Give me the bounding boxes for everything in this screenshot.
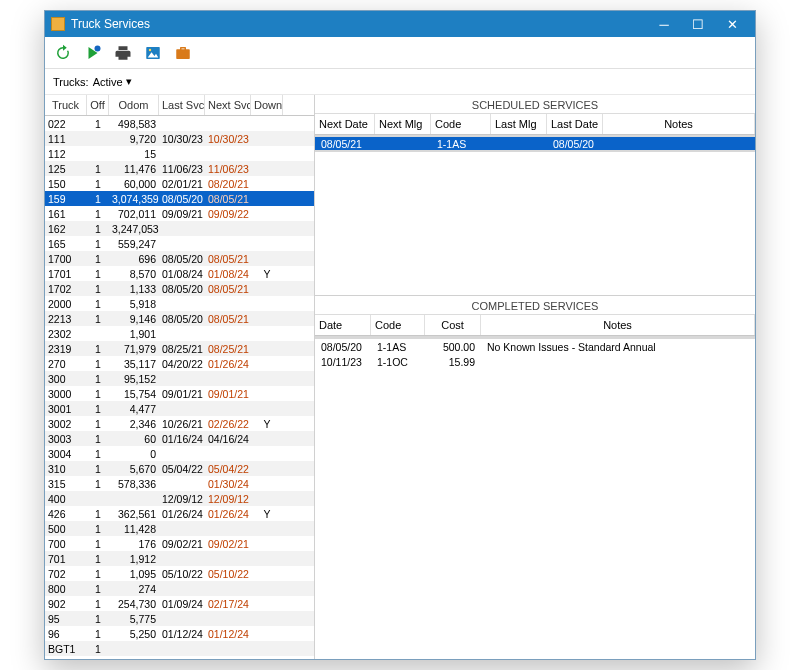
completed-body[interactable]: 08/05/201-1AS500.00No Known Issues - Sta… bbox=[315, 336, 755, 659]
table-row[interactable]: 1119,72010/30/2310/30/23 bbox=[45, 131, 314, 146]
col-last-svc[interactable]: Last Svc bbox=[159, 95, 205, 115]
cell: 10/11/23 bbox=[315, 356, 371, 368]
table-row[interactable]: 125111,47611/06/2311/06/23 bbox=[45, 161, 314, 176]
cell: 400 bbox=[45, 493, 87, 505]
table-row[interactable]: 300195,152 bbox=[45, 371, 314, 386]
table-row[interactable]: 08/05/211-1AS08/05/20 bbox=[315, 135, 755, 152]
cell: 2213 bbox=[45, 313, 87, 325]
table-row[interactable]: 8001274 bbox=[45, 581, 314, 596]
cell: 702,011 bbox=[109, 208, 159, 220]
cell: 10/26/21 bbox=[159, 418, 205, 430]
right-pane: SCHEDULED SERVICES Next Date Next Mlg Co… bbox=[315, 95, 755, 659]
image-icon bbox=[144, 44, 162, 62]
col-comp-cost[interactable]: Cost bbox=[425, 315, 481, 335]
col-comp-date[interactable]: Date bbox=[315, 315, 371, 335]
run-button[interactable] bbox=[83, 43, 103, 63]
col-sched-code[interactable]: Code bbox=[431, 114, 491, 134]
table-row[interactable]: C100161,30807/01/2207/01/22 bbox=[45, 656, 314, 659]
minimize-button[interactable]: ─ bbox=[647, 14, 681, 34]
cell: 559,247 bbox=[109, 238, 159, 250]
cell: 1 bbox=[87, 358, 109, 370]
col-last-mlg[interactable]: Last Mlg bbox=[491, 114, 547, 134]
printer-icon bbox=[114, 44, 132, 62]
play-icon bbox=[84, 44, 102, 62]
refresh-button[interactable] bbox=[53, 43, 73, 63]
cell: 1 bbox=[87, 448, 109, 460]
cell: 12/09/12 bbox=[205, 493, 251, 505]
filter-dropdown[interactable]: Active ▾ bbox=[93, 75, 132, 88]
table-row[interactable]: 300114,477 bbox=[45, 401, 314, 416]
table-row[interactable]: 270135,11704/20/2201/26/24 bbox=[45, 356, 314, 371]
col-comp-code[interactable]: Code bbox=[371, 315, 425, 335]
table-row[interactable]: 1611702,01109/09/2109/09/22 bbox=[45, 206, 314, 221]
col-next-mlg[interactable]: Next Mlg bbox=[375, 114, 431, 134]
table-row[interactable]: 23021,901 bbox=[45, 326, 314, 341]
table-row[interactable]: 10/11/231-1OC15.99 bbox=[315, 354, 755, 369]
table-row[interactable]: 15913,074,35908/05/2008/05/21 bbox=[45, 191, 314, 206]
completed-panel: COMPLETED SERVICES Date Code Cost Notes … bbox=[315, 295, 755, 659]
briefcase-icon bbox=[174, 44, 192, 62]
trucks-grid: Truck Off Odom Last Svc Next Svc Down 02… bbox=[45, 95, 315, 659]
table-row[interactable]: 9515,775 bbox=[45, 611, 314, 626]
col-truck[interactable]: Truck bbox=[45, 95, 87, 115]
cell: No Known Issues - Standard Annual bbox=[481, 341, 755, 353]
col-next-svc[interactable]: Next Svc bbox=[205, 95, 251, 115]
col-odom[interactable]: Odom bbox=[109, 95, 159, 115]
table-row[interactable]: BGT11 bbox=[45, 641, 314, 656]
table-row[interactable]: 3000115,75409/01/2109/01/21 bbox=[45, 386, 314, 401]
cell: 0 bbox=[109, 448, 159, 460]
cell: 08/05/20 bbox=[547, 138, 603, 150]
table-row[interactable]: 70111,912 bbox=[45, 551, 314, 566]
col-last-date[interactable]: Last Date bbox=[547, 114, 603, 134]
cell: 1 bbox=[87, 118, 109, 130]
table-row[interactable]: 200015,918 bbox=[45, 296, 314, 311]
cell: 500.00 bbox=[425, 341, 481, 353]
cell: 08/05/20 bbox=[159, 193, 205, 205]
cell: 04/16/24 bbox=[205, 433, 251, 445]
col-sched-notes[interactable]: Notes bbox=[603, 114, 755, 134]
cell: 3000 bbox=[45, 388, 87, 400]
table-row[interactable]: 16213,247,053 bbox=[45, 221, 314, 236]
toolbox-button[interactable] bbox=[173, 43, 193, 63]
trucks-grid-body[interactable]: 0221498,5831119,72010/30/2310/30/2311215… bbox=[45, 116, 314, 659]
table-row[interactable]: 9615,25001/12/2401/12/24 bbox=[45, 626, 314, 641]
table-row[interactable]: 31015,67005/04/2205/04/22 bbox=[45, 461, 314, 476]
cell: 08/05/21 bbox=[205, 283, 251, 295]
cell: 426 bbox=[45, 508, 87, 520]
table-row[interactable]: 2319171,97908/25/2108/25/21 bbox=[45, 341, 314, 356]
table-row[interactable]: 150160,00002/01/2108/20/21 bbox=[45, 176, 314, 191]
table-row[interactable]: 221319,14608/05/2008/05/21 bbox=[45, 311, 314, 326]
maximize-button[interactable]: ☐ bbox=[681, 14, 715, 34]
table-row[interactable]: 08/05/201-1AS500.00No Known Issues - Sta… bbox=[315, 339, 755, 354]
table-row[interactable]: 1651559,247 bbox=[45, 236, 314, 251]
table-row[interactable]: 4261362,56101/26/2401/26/24Y bbox=[45, 506, 314, 521]
table-row[interactable]: 300410 bbox=[45, 446, 314, 461]
table-row[interactable]: 70211,09505/10/2205/10/22 bbox=[45, 566, 314, 581]
table-row[interactable]: 1700169608/05/2008/05/21 bbox=[45, 251, 314, 266]
table-row[interactable]: 700117609/02/2109/02/21 bbox=[45, 536, 314, 551]
table-row[interactable]: 500111,428 bbox=[45, 521, 314, 536]
col-comp-notes[interactable]: Notes bbox=[481, 315, 755, 335]
scheduled-body[interactable]: 08/05/211-1AS08/05/20 bbox=[315, 135, 755, 295]
table-row[interactable]: 40012/09/1212/09/12 bbox=[45, 491, 314, 506]
table-row[interactable]: 9021254,73001/09/2402/17/24 bbox=[45, 596, 314, 611]
table-row[interactable]: 11215 bbox=[45, 146, 314, 161]
print-button[interactable] bbox=[113, 43, 133, 63]
col-down[interactable]: Down bbox=[251, 95, 283, 115]
table-row[interactable]: 300212,34610/26/2102/26/22Y bbox=[45, 416, 314, 431]
cell: 02/01/21 bbox=[159, 178, 205, 190]
cell: 08/05/20 bbox=[159, 283, 205, 295]
close-button[interactable]: ✕ bbox=[715, 14, 749, 34]
col-off[interactable]: Off bbox=[87, 95, 109, 115]
image-button[interactable] bbox=[143, 43, 163, 63]
table-row[interactable]: 170118,57001/08/2401/08/24Y bbox=[45, 266, 314, 281]
cell: Y bbox=[251, 418, 283, 430]
cell: 1 bbox=[87, 283, 109, 295]
table-row[interactable]: 3151578,33601/30/24 bbox=[45, 476, 314, 491]
cell: 05/04/22 bbox=[159, 463, 205, 475]
col-next-date[interactable]: Next Date bbox=[315, 114, 375, 134]
table-row[interactable]: 0221498,583 bbox=[45, 116, 314, 131]
table-row[interactable]: 300316001/16/2404/16/24 bbox=[45, 431, 314, 446]
cell: 1-1OC bbox=[371, 356, 425, 368]
table-row[interactable]: 170211,13308/05/2008/05/21 bbox=[45, 281, 314, 296]
